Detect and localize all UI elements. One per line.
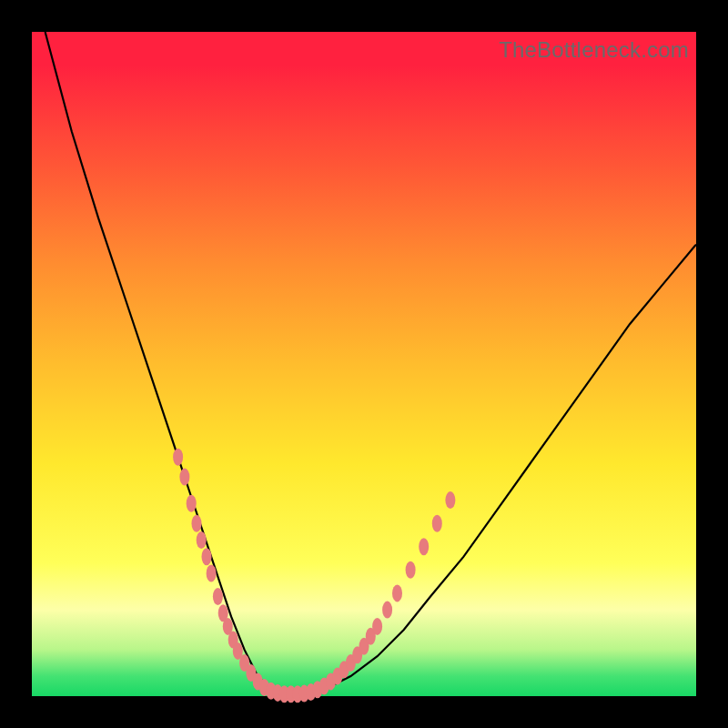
curve-marker — [419, 538, 429, 555]
curve-marker — [197, 531, 207, 549]
curve-marker — [187, 495, 197, 512]
curve-marker — [406, 561, 416, 579]
plot-area: TheBottleneck.com — [32, 32, 696, 696]
chart-frame: TheBottleneck.com — [0, 0, 728, 728]
curve-marker — [392, 584, 402, 602]
curve-marker — [173, 449, 183, 466]
curve-marker — [372, 618, 382, 635]
curve-marker — [207, 565, 217, 582]
main-curve — [46, 32, 696, 694]
marker-group — [173, 449, 455, 703]
curve-marker — [213, 588, 223, 605]
chart-svg — [32, 32, 696, 696]
curve-marker — [192, 515, 202, 532]
curve-marker — [445, 491, 455, 509]
curve-marker — [382, 602, 392, 619]
curve-marker — [202, 548, 212, 565]
curve-marker — [432, 515, 442, 532]
curve-marker — [179, 469, 189, 486]
